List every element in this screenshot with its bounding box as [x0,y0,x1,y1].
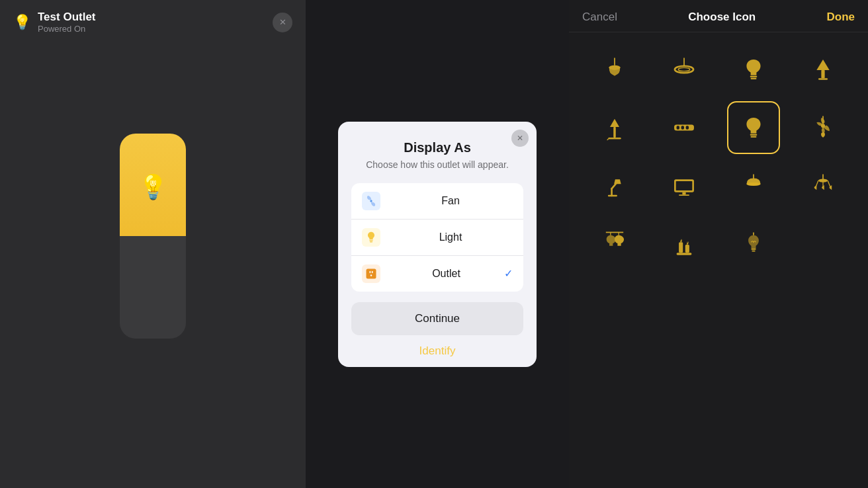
option-outlet[interactable]: Outlet ✓ [351,256,523,292]
device-card: 💡 [120,134,186,339]
icon-chooser-title: Choose Icon [688,11,756,24]
fan-option-label: Fan [388,195,513,207]
option-fan[interactable]: Fan [351,183,523,220]
continue-button[interactable]: Continue [351,302,523,335]
modal-close-icon: ✕ [517,134,523,143]
svg-rect-46 [685,245,689,253]
icon-strip-light[interactable] [658,101,711,154]
floor-lamp-svg [600,113,629,142]
modal-title: Display As [351,140,523,155]
device-close-button[interactable]: ✕ [273,13,292,32]
icon-ring-light[interactable] [658,43,711,96]
device-header-left: 💡 Test Outlet Powered On [13,11,96,34]
done-button[interactable]: Done [827,11,855,24]
svg-rect-47 [676,253,691,255]
light-option-label: Light [388,231,513,243]
fan-option-icon [362,192,380,210]
svg-rect-48 [751,249,756,250]
device-info: Test Outlet Powered On [38,11,96,34]
svg-point-6 [370,274,372,276]
svg-rect-49 [752,251,755,252]
svg-rect-33 [679,194,689,196]
svg-rect-1 [369,240,372,241]
icon-double-bulb[interactable] [588,218,641,270]
modal-overlay: ✕ Display As Choose how this outlet will… [306,0,569,488]
svg-rect-17 [608,138,621,140]
identify-link[interactable]: Identify [338,335,537,367]
bulb-selected-svg [739,113,768,142]
strip-light-svg [670,113,699,142]
outlet-option-icon [362,264,380,283]
icon-chandelier[interactable] [797,159,849,212]
icon-chooser-header: Cancel Choose Icon Done [569,0,868,32]
filament-bulb-svg [739,229,768,259]
icon-desk-lamp[interactable] [588,159,641,212]
svg-rect-5 [372,270,373,272]
icon-bulb-selected[interactable] [727,101,780,154]
svg-point-0 [370,200,372,202]
modal-close-button[interactable]: ✕ [511,130,529,147]
modal-subtitle: Choose how this outlet will appear. [351,159,523,170]
table-lamp-svg [808,55,838,84]
option-list: Fan Light [351,183,523,292]
double-bulb-svg [600,229,629,259]
svg-rect-45 [679,242,683,253]
svg-rect-21 [685,126,688,129]
device-status: Powered On [38,24,96,34]
icon-candles[interactable] [658,218,711,270]
icon-filament-bulb[interactable] [727,218,780,270]
svg-rect-15 [818,78,827,80]
light-svg [365,231,377,244]
icon-chooser-panel: Cancel Choose Icon Done [569,0,868,488]
modal-content: Display As Choose how this outlet will a… [338,122,537,335]
icon-tv-display[interactable] [658,159,711,212]
svg-point-10 [678,67,690,71]
bulb-simple-svg [739,55,768,84]
outlet-checkmark: ✓ [504,267,513,280]
svg-rect-22 [750,134,757,136]
chandelier-svg [808,171,838,200]
icon-table-lamp[interactable] [797,43,849,96]
svg-rect-20 [681,126,683,129]
svg-rect-3 [367,268,376,278]
cancel-button[interactable]: Cancel [582,11,617,24]
device-header: 💡 Test Outlet Powered On ✕ [0,0,306,44]
ring-light-svg [670,55,699,84]
icon-grid [569,32,868,281]
close-x-icon: ✕ [279,17,286,27]
svg-point-9 [674,66,693,73]
outlet-option-label: Outlet [388,268,504,280]
svg-point-36 [746,183,760,186]
candles-svg [670,229,699,259]
dome-light-svg [739,171,768,200]
device-header-icon: 💡 [13,14,31,31]
ceiling-fan-svg [808,113,838,142]
outlet-svg [365,267,378,280]
svg-rect-12 [750,76,757,77]
icon-bulb-simple[interactable] [727,43,780,96]
display-as-modal: ✕ Display As Choose how this outlet will… [338,122,537,367]
desk-lamp-svg [600,171,629,200]
device-name: Test Outlet [38,11,96,24]
svg-rect-13 [750,78,756,79]
fan-svg [365,194,378,208]
svg-rect-32 [682,192,685,195]
device-panel: 💡 Test Outlet Powered On ✕ 💡 [0,0,306,488]
tv-display-svg [670,171,699,200]
device-visual: 💡 [0,44,306,428]
light-option-icon [362,228,380,247]
icon-dome-light[interactable] [727,159,780,212]
svg-rect-14 [821,70,824,78]
svg-rect-31 [675,181,692,190]
pendant-light-svg [600,55,629,84]
icon-floor-lamp[interactable] [588,101,641,154]
icon-pendant-light[interactable] [588,43,641,96]
svg-rect-2 [370,241,372,242]
svg-rect-19 [676,126,679,129]
svg-rect-16 [613,127,616,138]
svg-rect-4 [370,270,371,272]
device-bulb-icon: 💡 [138,173,168,201]
icon-ceiling-fan[interactable] [797,101,849,154]
svg-rect-23 [750,136,756,138]
option-light[interactable]: Light [351,220,523,256]
